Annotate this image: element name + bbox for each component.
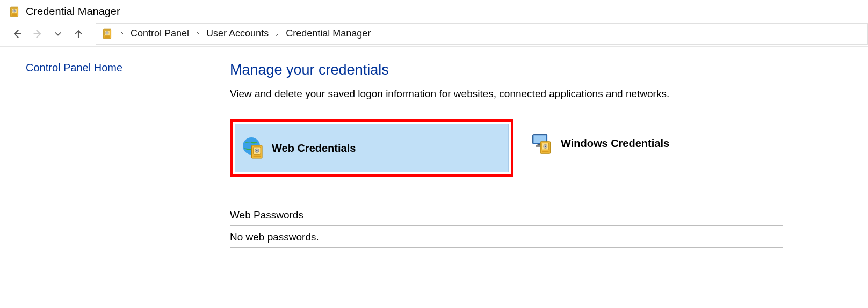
web-credentials-label: Web Credentials: [272, 142, 356, 155]
chevron-right-icon: [194, 31, 201, 37]
window-title-bar: Credential Manager: [0, 0, 868, 21]
windows-credentials-icon: [532, 133, 553, 154]
annotation-highlight: Web Credentials: [230, 119, 513, 177]
recent-dropdown[interactable]: [49, 25, 67, 42]
windows-credentials-tile[interactable]: Windows Credentials: [524, 119, 798, 167]
breadcrumb-item[interactable]: Credential Manager: [286, 28, 371, 39]
forward-button[interactable]: [29, 25, 46, 42]
breadcrumb-label: Control Panel: [131, 28, 189, 39]
navigation-toolbar: Control Panel User Accounts Credential M…: [0, 21, 868, 47]
web-credentials-icon: [243, 137, 264, 159]
sidebar: Control Panel Home: [0, 62, 199, 248]
page-heading: Manage your credentials: [230, 62, 855, 78]
main-content: Manage your credentials View and delete …: [199, 62, 868, 248]
control-panel-home-link[interactable]: Control Panel Home: [26, 62, 122, 74]
app-icon: [9, 6, 20, 18]
back-button[interactable]: [9, 25, 26, 42]
section-title: Web Passwords: [230, 209, 783, 226]
up-button[interactable]: [70, 25, 87, 42]
web-passwords-section: Web Passwords No web passwords.: [230, 209, 783, 248]
breadcrumb-item[interactable]: User Accounts: [206, 28, 269, 39]
chevron-right-icon: [119, 31, 125, 37]
address-bar-icon: [102, 28, 113, 40]
window-title: Credential Manager: [26, 5, 120, 18]
address-bar[interactable]: Control Panel User Accounts Credential M…: [96, 23, 868, 45]
windows-credentials-label: Windows Credentials: [561, 137, 669, 150]
chevron-right-icon: [274, 31, 280, 37]
breadcrumb-label: User Accounts: [206, 28, 269, 39]
credential-type-row: Web Credentials Windows Credentials: [230, 119, 855, 177]
section-empty-text: No web passwords.: [230, 226, 783, 248]
breadcrumb-label: Credential Manager: [286, 28, 371, 39]
web-credentials-tile[interactable]: Web Credentials: [235, 124, 509, 172]
page-description: View and delete your saved logon informa…: [230, 88, 855, 100]
breadcrumb-item[interactable]: Control Panel: [131, 28, 189, 39]
